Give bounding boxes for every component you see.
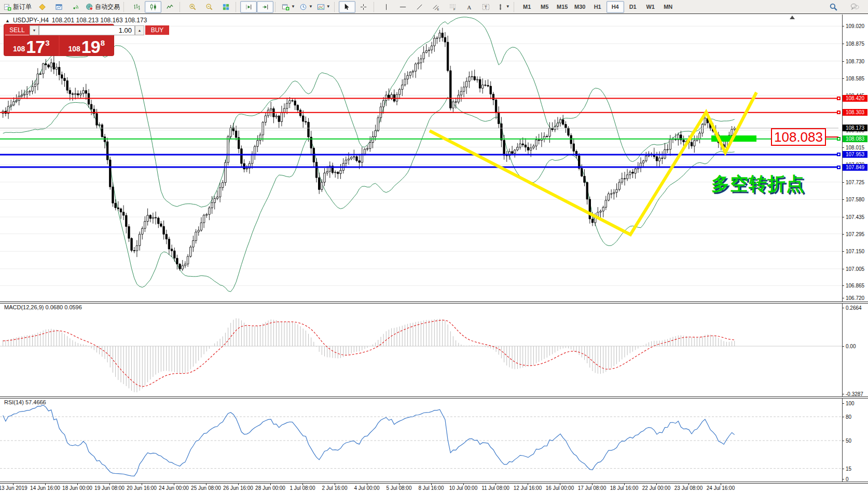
timeframe-d1-button[interactable]: D1	[624, 1, 642, 13]
timeframe-mn-button[interactable]: MN	[659, 1, 677, 13]
timeframe-w1-button[interactable]: W1	[642, 1, 659, 13]
date-label: 28 Jun 00:00	[255, 485, 285, 491]
timeframe-label: M30	[574, 4, 585, 10]
macd-label: MACD(12,26,9) 0.0680 0.0596	[4, 304, 82, 310]
date-tick-mark	[688, 483, 689, 485]
buy-price-prefix: 108	[68, 45, 80, 53]
new-chart-icon	[55, 3, 63, 11]
search-button[interactable]	[825, 1, 842, 13]
date-label: 18 Jun 00:00	[62, 485, 92, 491]
volume-down-button[interactable]: ▼	[30, 25, 39, 35]
chart-canvas[interactable]	[0, 0, 868, 493]
channel-icon: E	[432, 3, 440, 11]
timeframe-label: M5	[541, 4, 548, 10]
rsi-dates-separator[interactable]	[0, 482, 868, 484]
timeframe-m30-button[interactable]: M30	[571, 1, 589, 13]
price-level-label-107.953: 107.953	[843, 151, 867, 158]
collapse-icon[interactable]: ▲	[5, 18, 10, 23]
chat-button[interactable]	[846, 1, 863, 13]
timeframe-label: H4	[612, 4, 619, 10]
autotrade-button[interactable]: 自动交易	[84, 1, 122, 13]
auto-scroll-button[interactable]	[257, 1, 273, 13]
macd-signal-value: 0.0596	[64, 304, 82, 310]
text-button[interactable]: A	[461, 1, 478, 13]
zoom-out-button[interactable]	[201, 1, 217, 13]
price-tick-109.020: 109.020	[846, 23, 867, 29]
yellow-zigzag-trendline[interactable]	[430, 92, 756, 235]
bars-button[interactable]	[128, 1, 145, 13]
new-order-button[interactable]: 新订单	[2, 1, 34, 13]
chart-shift-button[interactable]	[240, 1, 257, 13]
buy-button[interactable]: BUY	[145, 25, 169, 35]
candles-icon	[149, 3, 157, 11]
new-window-button[interactable]: ▼	[280, 1, 297, 13]
chart-shift-marker[interactable]	[790, 16, 795, 19]
horizontal-level-lines	[0, 99, 838, 167]
toolbar-separator	[275, 2, 278, 12]
indicators-button[interactable]: ▼	[315, 1, 333, 13]
line-chart-button[interactable]	[161, 1, 178, 13]
timeframe-h1-button[interactable]: H1	[589, 1, 607, 13]
periods-button[interactable]: ▼	[297, 1, 315, 13]
horizontal-line-button[interactable]	[395, 1, 411, 13]
turning-point-annotation[interactable]: 多空转折点	[711, 172, 805, 196]
date-label: 26 Jun 16:00	[223, 485, 253, 491]
candles-button[interactable]	[145, 1, 161, 13]
fibonacci-button[interactable]: F	[445, 1, 461, 13]
price-callout-box[interactable]: 108.083	[771, 128, 826, 146]
vertical-line-button[interactable]	[378, 1, 395, 13]
timeframe-m15-button[interactable]: M15	[554, 1, 571, 13]
level-anchor-marker	[837, 153, 841, 156]
signals-button[interactable]	[67, 1, 84, 13]
sell-button[interactable]: SELL	[5, 25, 29, 35]
new-chart-button[interactable]	[50, 1, 67, 13]
timeframe-h4-button[interactable]: H4	[607, 1, 624, 13]
ohlc-values: 108.201 108.213 108.163 108.173	[52, 17, 147, 24]
trendline-button[interactable]	[411, 1, 428, 13]
price-callout-connector	[825, 136, 838, 138]
volume-up-button[interactable]: ▲	[135, 25, 144, 35]
autotrade-icon	[86, 3, 93, 11]
price-level-label-107.849: 107.849	[843, 164, 867, 171]
signals-icon	[72, 3, 79, 11]
styler-button[interactable]	[34, 1, 50, 13]
rsi-label: RSI(14) 57.4666	[4, 399, 46, 405]
date-tick-mark	[174, 483, 174, 485]
arrows-button[interactable]: ▼	[494, 1, 512, 13]
zoom-in-button[interactable]	[184, 1, 201, 13]
timeframe-m1-button[interactable]: M1	[518, 1, 536, 13]
toolbar-buttons: 新订单自动交易▼▼▼EFAT▼M1M5M15M30H1H4D1W1MN	[2, 1, 677, 13]
date-tick-mark	[495, 483, 496, 485]
svg-text:E: E	[437, 7, 439, 10]
date-tick-mark	[721, 483, 721, 485]
arrows-icon	[497, 3, 504, 11]
channel-button[interactable]: E	[428, 1, 445, 13]
date-tick-mark	[560, 483, 560, 485]
level-anchor-marker	[837, 166, 841, 169]
timeframe-label: W1	[646, 4, 655, 10]
symbol-name: USDJPY-,H4	[13, 17, 49, 24]
dropdown-caret-icon: ▼	[506, 5, 510, 9]
tile-windows-button[interactable]	[217, 1, 234, 13]
date-label: 13 Jun 2019	[0, 485, 27, 491]
macd-rsi-separator[interactable]	[0, 396, 868, 399]
price-tick-107.725: 107.725	[846, 180, 867, 185]
macd-pane[interactable]	[3, 318, 735, 392]
sell-price-display[interactable]: 108 17 3	[4, 36, 59, 56]
candlestick-series	[2, 28, 735, 271]
main-macd-separator[interactable]	[0, 302, 868, 304]
volume-input[interactable]	[39, 25, 135, 35]
date-label: 19 Jun 08:00	[94, 485, 125, 491]
date-tick-mark	[13, 483, 13, 485]
text-label-button[interactable]: T	[478, 1, 494, 13]
rsi-value: 57.4666	[25, 399, 46, 405]
buy-price-display[interactable]: 108 19 8	[60, 36, 114, 56]
toolbar: 新订单自动交易▼▼▼EFAT▼M1M5M15M30H1H4D1W1MN	[0, 0, 868, 14]
text-icon: A	[465, 3, 473, 11]
date-label: 16 Jul 00:00	[546, 485, 574, 491]
cursor-button[interactable]	[339, 1, 355, 13]
date-label: 10 Jul 00:00	[449, 485, 478, 491]
timeframe-m5-button[interactable]: M5	[536, 1, 554, 13]
tile-windows-icon	[222, 3, 230, 11]
crosshair-button[interactable]	[355, 1, 372, 13]
